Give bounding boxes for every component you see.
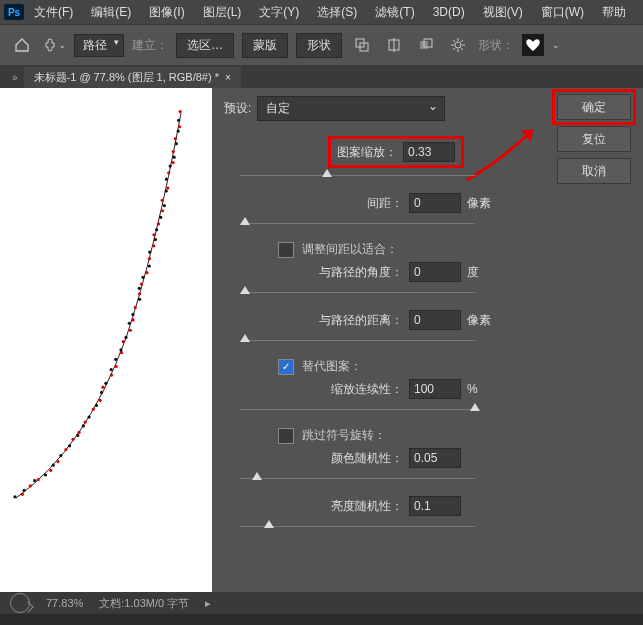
svg-point-59	[159, 216, 162, 219]
alt-pattern-checkbox[interactable]: ✓	[278, 359, 294, 375]
bright-rand-input[interactable]	[409, 496, 461, 516]
arrange-icon[interactable]	[414, 33, 438, 57]
distance-slider[interactable]	[240, 334, 615, 348]
skip-rotate-label: 跳过符号旋转：	[302, 427, 386, 444]
svg-point-72	[174, 137, 177, 140]
svg-point-61	[163, 204, 166, 207]
svg-point-14	[49, 469, 52, 472]
svg-point-44	[134, 306, 137, 309]
svg-point-75	[177, 119, 180, 122]
spacing-unit: 像素	[467, 195, 491, 212]
adjust-spacing-label: 调整间距以适合：	[302, 241, 398, 258]
svg-point-20	[71, 438, 74, 441]
svg-point-15	[52, 464, 55, 467]
zoom-level[interactable]: 77.83%	[46, 597, 83, 609]
spacing-input[interactable]	[409, 193, 461, 213]
menu-layer[interactable]: 图层(L)	[195, 1, 250, 24]
svg-point-69	[172, 156, 175, 159]
svg-point-7	[13, 495, 16, 498]
tab-bar: » 未标题-1 @ 77.8% (图层 1, RGB/8#) * ×	[0, 66, 643, 88]
color-rand-input[interactable]	[409, 448, 461, 468]
pattern-scale-label: 图案缩放：	[337, 144, 397, 161]
color-rand-slider[interactable]	[240, 472, 615, 486]
menu-help[interactable]: 帮助	[594, 1, 634, 24]
angle-unit: 度	[467, 264, 491, 281]
svg-point-68	[172, 161, 175, 164]
preview-canvas	[0, 88, 212, 592]
svg-point-54	[152, 244, 155, 247]
gear-icon[interactable]	[446, 33, 470, 57]
menu-filter[interactable]: 滤镜(T)	[367, 1, 422, 24]
angle-slider[interactable]	[240, 286, 615, 300]
close-icon[interactable]: ×	[225, 72, 231, 83]
svg-point-11	[33, 479, 36, 482]
svg-point-48	[140, 282, 143, 285]
menu-edit[interactable]: 编辑(E)	[83, 1, 139, 24]
svg-point-55	[154, 238, 157, 241]
path-mode-select[interactable]: 路径	[74, 34, 124, 57]
distance-input[interactable]	[409, 310, 461, 330]
svg-point-60	[161, 209, 164, 212]
svg-point-22	[77, 431, 80, 434]
svg-point-58	[157, 222, 160, 225]
preset-select[interactable]: 自定	[257, 96, 445, 121]
svg-point-56	[152, 233, 155, 236]
combine-icon[interactable]	[350, 33, 374, 57]
doc-info[interactable]: 文档:1.03M/0 字节	[99, 596, 189, 611]
rotate-view-icon[interactable]	[10, 593, 30, 613]
menu-select[interactable]: 选择(S)	[309, 1, 365, 24]
svg-point-21	[76, 434, 79, 437]
chevron-right-icon[interactable]: ▸	[205, 597, 211, 610]
svg-point-24	[84, 420, 87, 423]
svg-point-10	[29, 484, 32, 487]
svg-point-29	[100, 391, 103, 394]
shape-preview[interactable]	[522, 34, 544, 56]
bright-rand-slider[interactable]	[240, 520, 615, 534]
options-bar: ⌄ 路径 建立： 选区… 蒙版 形状 形状： ⌄	[0, 24, 643, 66]
menu-file[interactable]: 文件(F)	[26, 1, 81, 24]
svg-point-27	[95, 404, 98, 407]
svg-point-64	[166, 186, 169, 189]
svg-point-39	[124, 336, 127, 339]
angle-label: 与路径的角度：	[319, 264, 403, 281]
tab-title: 未标题-1 @ 77.8% (图层 1, RGB/8#) *	[34, 70, 219, 85]
menu-image[interactable]: 图像(I)	[141, 1, 192, 24]
align-icon[interactable]	[382, 33, 406, 57]
chevron-icon[interactable]: »	[12, 72, 18, 83]
scale-cont-input[interactable]	[409, 379, 461, 399]
menu-window[interactable]: 窗口(W)	[533, 1, 592, 24]
svg-point-45	[138, 298, 141, 301]
scale-cont-slider[interactable]	[240, 403, 615, 417]
pattern-scale-input[interactable]	[403, 142, 455, 162]
svg-point-71	[175, 142, 178, 145]
shape-button[interactable]: 形状	[296, 33, 342, 58]
menu-3d[interactable]: 3D(D)	[425, 2, 473, 22]
svg-point-42	[132, 318, 135, 321]
path-preview	[6, 98, 206, 518]
svg-point-16	[56, 460, 59, 463]
menu-view[interactable]: 视图(V)	[475, 1, 531, 24]
adjust-spacing-checkbox[interactable]	[278, 242, 294, 258]
scale-cont-unit: %	[467, 382, 491, 396]
reset-button[interactable]: 复位	[557, 126, 631, 152]
svg-point-19	[68, 444, 71, 447]
selection-button[interactable]: 选区…	[176, 33, 234, 58]
menu-type[interactable]: 文字(Y)	[251, 1, 307, 24]
svg-point-51	[148, 265, 151, 268]
svg-point-73	[177, 129, 180, 132]
svg-point-53	[148, 250, 151, 253]
home-icon[interactable]	[10, 33, 34, 57]
plugin-icon[interactable]: ⌄	[42, 33, 66, 57]
create-label: 建立：	[132, 37, 168, 54]
angle-input[interactable]	[409, 262, 461, 282]
spacing-slider[interactable]	[240, 217, 615, 231]
ok-button[interactable]: 确定	[557, 94, 631, 120]
menu-bar: Ps 文件(F) 编辑(E) 图像(I) 图层(L) 文字(Y) 选择(S) 滤…	[0, 0, 643, 24]
pattern-scale-slider[interactable]	[240, 169, 615, 183]
document-tab[interactable]: 未标题-1 @ 77.8% (图层 1, RGB/8#) * ×	[24, 67, 241, 88]
skip-rotate-checkbox[interactable]	[278, 428, 294, 444]
mask-button[interactable]: 蒙版	[242, 33, 288, 58]
distance-label: 与路径的距离：	[319, 312, 403, 329]
svg-point-37	[119, 348, 122, 351]
bright-rand-label: 亮度随机性：	[331, 498, 403, 515]
